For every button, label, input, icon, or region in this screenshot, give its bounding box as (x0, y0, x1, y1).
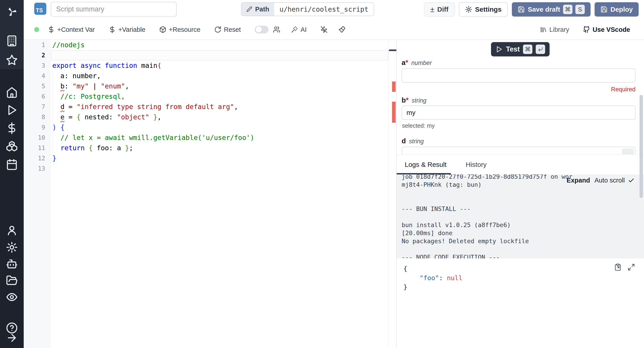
logs-output[interactable]: job 018d7f20-27f0-725d-1b29-8d85179d757f… (397, 175, 644, 258)
code-line[interactable]: // let x = await wmill.getVariable('u/us… (51, 133, 388, 143)
header: TS Path u/henri/coolest_script ± Diff Se… (24, 0, 644, 20)
reset-button[interactable]: Reset (214, 26, 241, 33)
disable-autocomplete-button[interactable] (320, 26, 328, 33)
reset-label: Reset (224, 26, 241, 33)
editor-toolbar: +Context Var +Variable +Resource Reset A… (24, 20, 644, 39)
multiplayer-button[interactable] (273, 26, 280, 33)
format-code-button[interactable] (338, 26, 346, 33)
code-line[interactable]: //nodejs (51, 40, 388, 50)
expand-logs-button[interactable]: Expand (567, 177, 590, 184)
sidebar-item-folder-open[interactable] (6, 275, 18, 286)
sidebar-item-gear[interactable] (6, 241, 18, 253)
code-line[interactable]: } (51, 153, 388, 163)
field-name: b (402, 96, 406, 104)
add-variable-button[interactable]: +Variable (109, 26, 145, 33)
zap-off-icon (320, 26, 328, 33)
sidebar-item-user[interactable] (6, 224, 18, 236)
sidebar-item-calendar[interactable] (6, 158, 18, 170)
code-line[interactable]: e = { nested: "object" }, (51, 112, 388, 122)
add-context-var-button[interactable]: +Context Var (48, 26, 95, 33)
sidebar-item-dollar[interactable] (6, 122, 18, 134)
sidebar-item-building[interactable] (6, 35, 18, 47)
sidebar-item-star[interactable] (6, 54, 18, 66)
log-line (402, 189, 639, 197)
pencil-icon (246, 6, 252, 12)
windmill-logo-icon[interactable] (6, 6, 18, 18)
scrollbar-thumb[interactable] (640, 95, 643, 198)
tab-logs-result[interactable]: Logs & Result (405, 161, 446, 168)
line-number: 5 (24, 81, 51, 91)
field-b-input[interactable] (402, 105, 636, 120)
code-line[interactable]: d = "inferred type string from default a… (51, 102, 388, 112)
log-line: --- NODE CODE EXECUTION --- (402, 253, 639, 258)
save-icon (518, 6, 525, 13)
ai-assistant-button[interactable]: AI (291, 26, 306, 33)
sidebar-item-play[interactable] (6, 104, 18, 116)
diff-label: Diff (438, 6, 448, 13)
use-vscode-button[interactable]: Use VScode (583, 26, 630, 33)
sidebar-item-bot[interactable] (6, 258, 18, 270)
line-number: 4 (24, 71, 51, 81)
vscode-label: Use VScode (592, 26, 630, 33)
error-mark (392, 82, 396, 92)
diff-mode-toggle[interactable] (255, 26, 268, 33)
code-line[interactable] (51, 163, 388, 174)
content: 12345678910111213 //nodejsexport async f… (24, 39, 644, 348)
library-button[interactable]: Library (540, 26, 569, 33)
code-line[interactable]: return { foo: a }; (51, 143, 388, 153)
sidebar-item-arrow-right[interactable] (6, 332, 18, 344)
log-line: bun install v1.0.25 (a8ff7be6) (402, 221, 639, 229)
clipboard-copy-icon[interactable] (614, 263, 622, 271)
dollar-icon (109, 26, 116, 33)
autoscroll-toggle[interactable]: Auto scroll (594, 177, 634, 184)
pane-resize-handle[interactable] (389, 50, 396, 51)
resource-label: +Resource (169, 26, 200, 33)
settings-button[interactable]: Settings (459, 2, 508, 17)
sidebar-item-eye[interactable] (6, 291, 18, 303)
settings-label: Settings (475, 6, 502, 13)
field-d-input[interactable] (402, 147, 636, 154)
code-line[interactable]: export async function main( (51, 61, 388, 71)
error-mark (392, 102, 396, 123)
add-resource-button[interactable]: +Resource (159, 26, 200, 33)
diff-button[interactable]: ± Diff (424, 2, 455, 17)
script-summary-input[interactable] (51, 2, 177, 17)
path-value[interactable]: u/henri/coolest_script (274, 3, 374, 16)
code-line[interactable]: ) { (51, 122, 388, 133)
field-d-wrap (402, 147, 636, 154)
path-field[interactable]: Path u/henri/coolest_script (241, 2, 374, 16)
save-draft-button[interactable]: Save draft ⌘ S (512, 2, 590, 17)
wand-sparkles-icon (291, 26, 298, 33)
s-key-badge: S (575, 5, 585, 14)
field-name: a (402, 59, 406, 67)
maximize-icon[interactable] (628, 263, 635, 271)
toggle-knob (256, 27, 262, 33)
line-number: 6 (24, 91, 51, 102)
package-icon (159, 26, 166, 33)
code-editor[interactable]: 12345678910111213 //nodejsexport async f… (24, 40, 396, 348)
sidebar-item-boxes[interactable] (6, 140, 18, 152)
enter-key-badge (536, 45, 545, 54)
field-type: string (412, 97, 426, 104)
field-a-input[interactable] (402, 68, 636, 83)
deploy-button[interactable]: Deploy (594, 2, 639, 17)
typescript-language-badge: TS (34, 3, 46, 15)
code-area[interactable]: //nodejsexport async function main( a: n… (51, 40, 388, 348)
code-line[interactable]: a: number, (51, 71, 388, 81)
code-line[interactable]: //c: Postgresql, (51, 91, 388, 102)
arguments-form: Test ⌘ a* number Required b* string (397, 40, 644, 154)
result-line: } (404, 283, 637, 292)
code-line[interactable]: b: "my" | "enum", (51, 81, 388, 91)
field-d-options-button[interactable] (622, 148, 634, 154)
line-number: 13 (24, 163, 51, 174)
paintbrush-icon (338, 26, 346, 33)
tab-history[interactable]: History (466, 161, 486, 168)
sidebar-item-home[interactable] (6, 86, 18, 98)
toolbar-right: Library Use VScode (540, 26, 644, 33)
result-viewer: { "foo": null } (397, 258, 644, 348)
sidebar (0, 0, 24, 348)
line-number: 1 (24, 40, 51, 50)
test-button[interactable]: Test ⌘ (491, 42, 550, 56)
code-line[interactable] (51, 50, 388, 61)
required-note: Required (611, 86, 636, 93)
